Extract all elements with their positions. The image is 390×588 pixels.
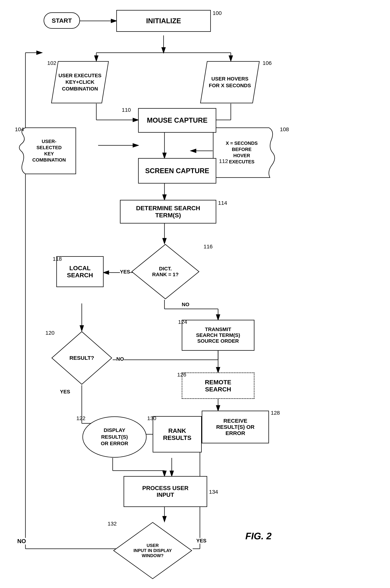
user-input-yes-label: YES — [196, 538, 206, 544]
display-results-node: DISPLAYRESULT(S)OR ERROR — [82, 416, 147, 458]
screen-capture-node: SCREEN CAPTURE — [138, 158, 216, 183]
ref-130: 130 — [147, 415, 156, 421]
ref-106: 106 — [263, 60, 272, 66]
ref-100: 100 — [213, 10, 222, 16]
ref-104: 104 — [15, 126, 24, 133]
ref-122: 122 — [76, 415, 85, 421]
ref-116: 116 — [203, 243, 213, 250]
user-selected-key-label: USER-SELECTEDKEYCOMBINATION — [32, 139, 66, 162]
mouse-capture-label: MOUSE CAPTURE — [147, 116, 207, 124]
ref-108: 108 — [280, 126, 289, 133]
receive-results-node: RECEIVERESULT(S) ORERROR — [202, 411, 269, 443]
initialize-label: INITIALIZE — [146, 17, 181, 25]
main-no-label: NO — [17, 538, 26, 544]
result-no-label: NO — [116, 356, 124, 362]
flowchart-diagram: START INITIALIZE 100 USER EXECUTESKEY+CL… — [0, 0, 390, 588]
ref-114: 114 — [218, 200, 227, 206]
start-node: START — [44, 12, 80, 29]
dict-rank-label: DICT.RANK = 1? — [152, 266, 179, 277]
start-label: START — [52, 17, 72, 24]
ref-124: 124 — [178, 319, 187, 325]
dict-rank-node: DICT.RANK = 1? — [131, 243, 200, 300]
receive-results-label: RECEIVERESULT(S) ORERROR — [216, 418, 254, 436]
screen-capture-label: SCREEN CAPTURE — [145, 167, 209, 175]
rank-results-label: RANKRESULTS — [163, 427, 191, 441]
ref-110: 110 — [122, 107, 131, 113]
user-hovers-node: USER HOVERSFOR X SECONDS — [200, 61, 260, 104]
ref-118: 118 — [53, 256, 62, 262]
mouse-capture-node: MOUSE CAPTURE — [138, 108, 216, 133]
dict-rank-no-label: NO — [182, 302, 189, 308]
user-selected-key-node: USER-SELECTEDKEYCOMBINATION — [18, 127, 76, 175]
x-seconds-label: X = SECONDSBEFOREHOVEREXECUTES — [226, 140, 258, 164]
initialize-node: INITIALIZE — [116, 10, 211, 32]
transmit-search-node: TRANSMITSEARCH TERM(S)SOURCE ORDER — [182, 320, 254, 351]
remote-search-node: REMOTESEARCH — [182, 372, 254, 399]
user-key-click-label: USER EXECUTESKEY+CLICKCOMBINATION — [58, 73, 101, 91]
user-hovers-label: USER HOVERSFOR X SECONDS — [209, 76, 251, 88]
user-key-click-node: USER EXECUTESKEY+CLICKCOMBINATION — [51, 61, 109, 104]
transmit-search-label: TRANSMITSEARCH TERM(S)SOURCE ORDER — [196, 326, 240, 344]
ref-128: 128 — [271, 410, 280, 416]
display-results-label: DISPLAYRESULT(S)OR ERROR — [101, 427, 128, 446]
user-input-display-node: USERINPUT IN DISPLAYWINDOW? — [113, 522, 193, 580]
determine-search-label: DETERMINE SEARCHTERM(S) — [136, 205, 200, 219]
x-seconds-node: X = SECONDSBEFOREHOVEREXECUTES — [213, 127, 276, 178]
figure-label: FIG. 2 — [245, 531, 272, 542]
remote-search-label: REMOTESEARCH — [205, 379, 231, 393]
determine-search-node: DETERMINE SEARCHTERM(S) — [120, 200, 216, 224]
ref-126: 126 — [177, 372, 186, 378]
result-node: RESULT? — [51, 331, 113, 385]
result-label: RESULT? — [69, 355, 94, 361]
result-yes-label: YES — [60, 389, 70, 395]
local-search-label: LOCALSEARCH — [67, 265, 93, 279]
dict-rank-yes-label: YES — [120, 269, 130, 275]
rank-results-node: RANKRESULTS — [153, 416, 202, 452]
process-user-input-node: PROCESS USERINPUT — [124, 476, 207, 507]
ref-134: 134 — [209, 489, 218, 495]
ref-102: 102 — [47, 60, 56, 66]
process-user-input-label: PROCESS USERINPUT — [142, 485, 189, 498]
local-search-node: LOCALSEARCH — [56, 256, 103, 287]
user-input-display-label: USERINPUT IN DISPLAYWINDOW? — [133, 543, 172, 558]
